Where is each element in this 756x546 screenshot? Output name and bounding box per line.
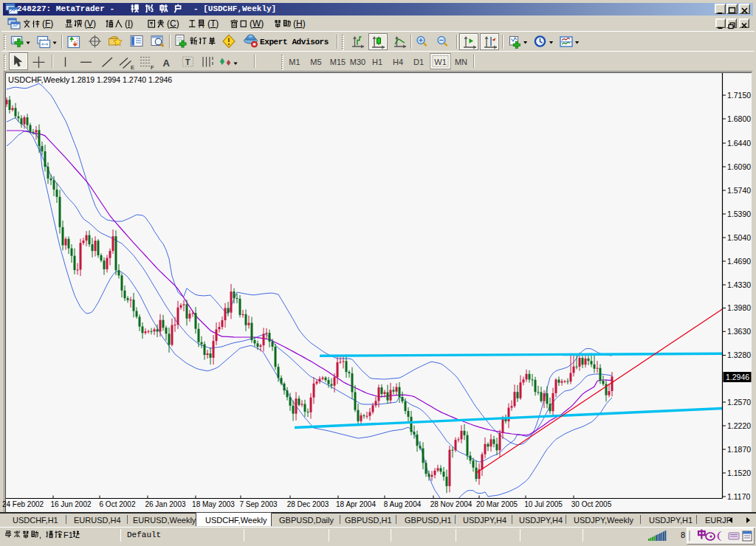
- svg-text:,: ,: [39, 531, 41, 539]
- svg-text:F1: F1: [63, 531, 73, 539]
